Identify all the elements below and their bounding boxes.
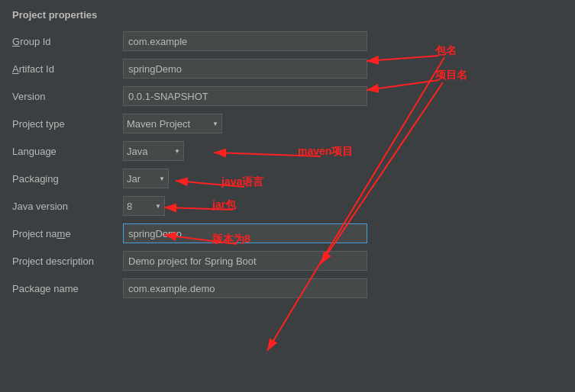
- language-label: Language: [12, 146, 123, 157]
- packaging-select[interactable]: Jar War: [123, 169, 169, 188]
- language-select[interactable]: Java Kotlin Groovy: [123, 141, 184, 161]
- project-name-input[interactable]: [123, 223, 367, 243]
- project-type-row: Project type Maven Project Gradle Projec…: [12, 114, 563, 133]
- project-description-row: Project description: [12, 251, 563, 271]
- artifact-id-input[interactable]: [123, 59, 367, 79]
- group-id-label: Group Id: [12, 36, 123, 47]
- project-description-label: Project description: [12, 255, 123, 267]
- package-name-label: Package name: [12, 283, 123, 294]
- project-properties-panel: Project properties Group Id Artifact Id …: [0, 0, 575, 315]
- java-version-select-container: 8 11 17: [123, 196, 165, 216]
- package-name-input[interactable]: [123, 278, 367, 298]
- packaging-row: Packaging Jar War: [12, 169, 563, 188]
- java-version-label: Java version: [12, 201, 123, 212]
- project-type-select-container: Maven Project Gradle Project: [123, 114, 222, 133]
- version-row: Version: [12, 86, 563, 106]
- version-label: Version: [12, 91, 123, 102]
- project-type-label: Project type: [12, 118, 123, 130]
- java-version-row: Java version 8 11 17: [12, 196, 563, 216]
- package-name-row: Package name: [12, 278, 563, 298]
- packaging-label: Packaging: [12, 173, 123, 185]
- artifact-id-label: Artifact Id: [12, 63, 123, 75]
- group-id-input[interactable]: [123, 31, 367, 51]
- language-row: Language Java Kotlin Groovy: [12, 141, 563, 161]
- packaging-select-container: Jar War: [123, 169, 169, 188]
- version-input[interactable]: [123, 86, 367, 106]
- group-id-row: Group Id: [12, 31, 563, 51]
- project-name-label: Project name: [12, 228, 123, 239]
- artifact-id-row: Artifact Id: [12, 59, 563, 79]
- panel-title: Project properties: [12, 9, 563, 21]
- java-version-select[interactable]: 8 11 17: [123, 196, 165, 216]
- language-select-container: Java Kotlin Groovy: [123, 141, 184, 161]
- project-type-select[interactable]: Maven Project Gradle Project: [123, 114, 222, 133]
- project-description-input[interactable]: [123, 251, 367, 271]
- project-name-row: Project name: [12, 223, 563, 243]
